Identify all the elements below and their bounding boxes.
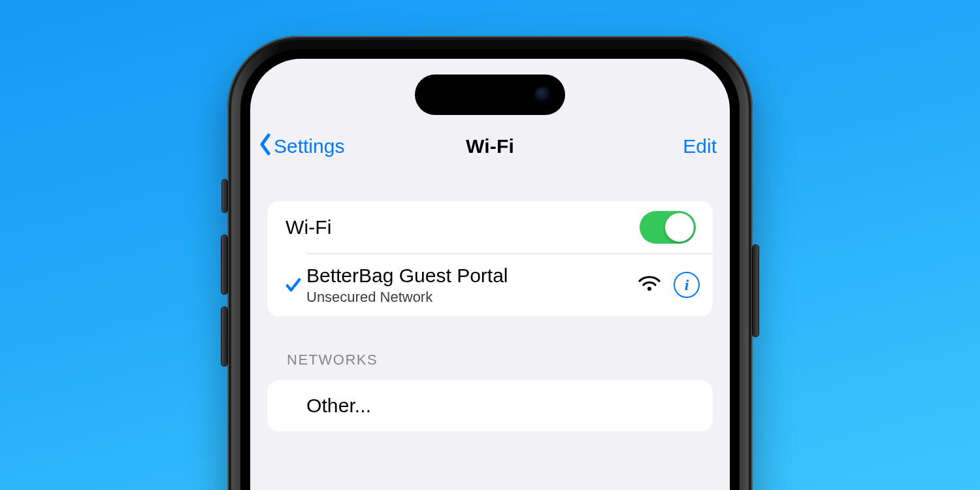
toggle-knob: [665, 213, 694, 242]
volume-down-button[interactable]: [221, 307, 227, 366]
networks-header: Networks: [287, 351, 730, 368]
wifi-section: Wi-Fi BetterBag Guest Portal Unsecured N…: [267, 201, 713, 316]
wifi-signal-icon: [638, 275, 661, 295]
connected-network-subtitle: Unsecured Network: [306, 289, 638, 305]
wifi-toggle-label: Wi-Fi: [286, 216, 640, 238]
edit-button[interactable]: Edit: [683, 135, 717, 157]
network-info-button[interactable]: i: [674, 272, 700, 298]
svg-point-0: [647, 287, 651, 291]
back-button[interactable]: Settings: [258, 133, 344, 161]
connected-network-text: BetterBag Guest Portal Unsecured Network: [306, 258, 638, 312]
wifi-toggle[interactable]: [640, 211, 696, 244]
checkmark-icon: [280, 276, 306, 294]
connected-network-row[interactable]: BetterBag Guest Portal Unsecured Network…: [267, 253, 713, 316]
phone-frame: Settings Wi-Fi Edit Wi-Fi: [227, 36, 753, 490]
nav-bar: Settings Wi-Fi Edit: [250, 129, 730, 163]
connected-network-icons: i: [638, 272, 700, 298]
volume-up-button[interactable]: [221, 235, 227, 294]
chevron-left-icon: [258, 133, 272, 161]
wifi-toggle-row: Wi-Fi: [267, 201, 713, 253]
other-network-label: Other...: [306, 395, 696, 417]
dynamic-island: [415, 74, 565, 115]
screen: Settings Wi-Fi Edit Wi-Fi: [250, 59, 730, 490]
mute-switch[interactable]: [222, 180, 227, 212]
networks-section: Other...: [267, 380, 713, 431]
phone-bezel: Settings Wi-Fi Edit Wi-Fi: [240, 49, 740, 490]
connected-network-name: BetterBag Guest Portal: [306, 265, 638, 287]
back-label: Settings: [274, 135, 344, 157]
power-button[interactable]: [753, 245, 759, 336]
front-camera: [535, 87, 551, 103]
other-network-row[interactable]: Other...: [267, 380, 713, 431]
